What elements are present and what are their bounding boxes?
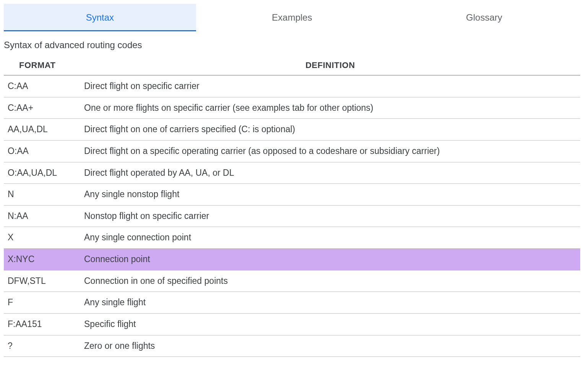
table-row: C:AA+One or more flights on specific car… — [4, 97, 580, 119]
format-cell: AA,UA,DL — [4, 119, 80, 141]
definition-cell: Any single nonstop flight — [80, 184, 580, 206]
table-row: XAny single connection point — [4, 227, 580, 249]
header-definition: DEFINITION — [80, 56, 580, 75]
table-row: C:AADirect flight on specific carrier — [4, 75, 580, 97]
tab-syntax[interactable]: Syntax — [4, 4, 196, 31]
tab-label: Glossary — [466, 12, 502, 23]
format-cell: F:AA151 — [4, 314, 80, 335]
format-cell: O:AA — [4, 140, 80, 162]
syntax-table: FORMAT DEFINITION C:AADirect flight on s… — [4, 56, 580, 357]
format-cell: X — [4, 227, 80, 249]
definition-cell: Direct flight on one of carriers specifi… — [80, 119, 580, 141]
definition-cell: Zero or one flights — [80, 335, 580, 357]
tab-glossary[interactable]: Glossary — [388, 4, 580, 31]
table-header-row: FORMAT DEFINITION — [4, 56, 580, 75]
tab-label: Examples — [272, 12, 312, 23]
definition-cell: Direct flight on a specific operating ca… — [80, 140, 580, 162]
definition-cell: Specific flight — [80, 314, 580, 335]
format-cell: O:AA,UA,DL — [4, 162, 80, 184]
table-row: ?Zero or one flights — [4, 335, 580, 357]
format-cell: ? — [4, 335, 80, 357]
page-subtitle: Syntax of advanced routing codes — [4, 40, 580, 50]
header-format: FORMAT — [4, 56, 80, 75]
table-row: FAny single flight — [4, 292, 580, 314]
format-cell: C:AA+ — [4, 97, 80, 119]
format-cell: DFW,STL — [4, 270, 80, 292]
table-body: C:AADirect flight on specific carrierC:A… — [4, 75, 580, 357]
table-row: F:AA151Specific flight — [4, 314, 580, 335]
table-row: DFW,STLConnection in one of specified po… — [4, 270, 580, 292]
tab-examples[interactable]: Examples — [196, 4, 388, 31]
format-cell: F — [4, 292, 80, 314]
table-row: X:NYCConnection point — [4, 249, 580, 271]
table-row: O:AADirect flight on a specific operatin… — [4, 140, 580, 162]
format-cell: X:NYC — [4, 249, 80, 271]
tabs-container: Syntax Examples Glossary — [4, 4, 580, 31]
definition-cell: Connection point — [80, 249, 580, 271]
definition-cell: Nonstop flight on specific carrier — [80, 205, 580, 227]
definition-cell: Any single connection point — [80, 227, 580, 249]
format-cell: N — [4, 184, 80, 206]
table-row: O:AA,UA,DLDirect flight operated by AA, … — [4, 162, 580, 184]
definition-cell: Direct flight operated by AA, UA, or DL — [80, 162, 580, 184]
table-row: N:AANonstop flight on specific carrier — [4, 205, 580, 227]
table-row: AA,UA,DLDirect flight on one of carriers… — [4, 119, 580, 141]
format-cell: N:AA — [4, 205, 80, 227]
definition-cell: Connection in one of specified points — [80, 270, 580, 292]
tab-label: Syntax — [86, 12, 114, 23]
format-cell: C:AA — [4, 75, 80, 97]
definition-cell: One or more flights on specific carrier … — [80, 97, 580, 119]
definition-cell: Any single flight — [80, 292, 580, 314]
table-row: NAny single nonstop flight — [4, 184, 580, 206]
definition-cell: Direct flight on specific carrier — [80, 75, 580, 97]
